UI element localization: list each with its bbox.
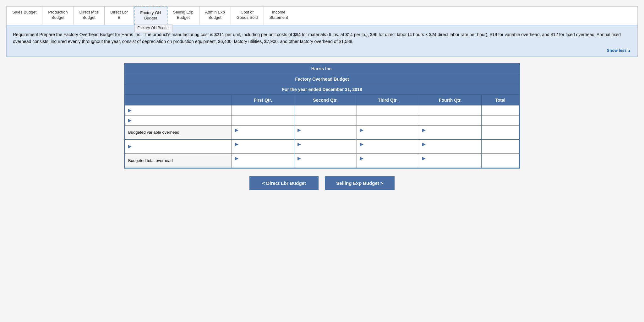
requirement-text: Requirement Prepare the Factory Overhead… — [13, 31, 631, 45]
row-1-total — [482, 105, 519, 115]
row-4-col2[interactable]: ▶ — [294, 139, 357, 153]
tab-admin-exp-budget[interactable]: Admin ExpBudget — [199, 7, 231, 25]
row-5-col3[interactable]: ▶ — [357, 153, 419, 168]
tab-sales-budget[interactable]: Sales Budget — [7, 7, 42, 25]
row-4-col3[interactable]: ▶ — [357, 139, 419, 153]
company-name: Harris Inc. — [125, 64, 519, 74]
tab-factory-oh-budget[interactable]: Factory OHBudget Factory OH Budget — [134, 7, 167, 25]
row-4-col1[interactable]: ▶ — [232, 139, 294, 153]
row-5-col1[interactable]: ▶ — [232, 153, 294, 168]
row-2-label: ▶ — [125, 115, 232, 125]
row-2-total — [482, 115, 519, 125]
row-3-col2[interactable]: ▶ — [294, 125, 357, 139]
row-2-col3[interactable] — [357, 115, 419, 125]
row-1-col2[interactable] — [294, 105, 357, 115]
col-header-total: Total — [482, 95, 519, 105]
row-4-label: ▶ — [125, 139, 232, 153]
row-3-total — [482, 125, 519, 139]
main-content: Harris Inc. Factory Overhead Budget For … — [6, 63, 638, 190]
row-4-indicator: ▶ — [128, 144, 131, 149]
tab-production-budget[interactable]: ProductionBudget — [42, 7, 74, 25]
row-1-col1-input[interactable] — [235, 108, 291, 113]
table-row: ▶ — [125, 105, 519, 115]
row-2-col2[interactable] — [294, 115, 357, 125]
row-3-label: Budgeted variable overhead — [125, 125, 232, 139]
col-header-fourth-qtr: Fourth Qtr. — [419, 95, 482, 105]
row-2-indicator: ▶ — [128, 118, 131, 123]
row-1-col2-input[interactable] — [297, 108, 353, 113]
col-header-label — [125, 95, 232, 105]
budget-title: Factory Overhead Budget — [125, 74, 519, 84]
tab-direct-mtls-budget[interactable]: Direct MtlsBudget — [74, 7, 105, 25]
row-4-total — [482, 139, 519, 153]
row-1-label: ▶ — [125, 105, 232, 115]
row-5-col2-input[interactable] — [297, 161, 353, 165]
show-less-container: Show less — [13, 48, 631, 53]
table-row: ▶ — [125, 115, 519, 125]
requirement-box: Requirement Prepare the Factory Overhead… — [6, 25, 638, 57]
row-2-col4-input[interactable] — [422, 118, 478, 123]
row-5-col4[interactable]: ▶ — [419, 153, 482, 168]
row-4-col1-input[interactable] — [235, 147, 291, 151]
row-3-col1[interactable]: ▶ — [232, 125, 294, 139]
row-2-col4[interactable] — [419, 115, 482, 125]
row-3-col1-input[interactable] — [235, 132, 291, 137]
row-4-col3-input[interactable] — [360, 147, 416, 151]
col-header-second-qtr: Second Qtr. — [294, 95, 357, 105]
row-5-col4-input[interactable] — [422, 161, 478, 165]
row-1-col4[interactable] — [419, 105, 482, 115]
row-3-col3-input[interactable] — [360, 132, 416, 137]
row-1-col3-input[interactable] — [360, 108, 416, 113]
row-2-col2-input[interactable] — [297, 118, 353, 123]
tab-income-statement[interactable]: IncomeStatement — [264, 7, 294, 25]
row-5-total — [482, 153, 519, 168]
prev-button[interactable]: < Direct Lbr Budget — [249, 176, 319, 190]
row-1-col3[interactable] — [357, 105, 419, 115]
row-4-col4-input[interactable] — [422, 147, 478, 151]
row-1-col4-input[interactable] — [422, 108, 478, 113]
row-1-indicator: ▶ — [128, 108, 131, 113]
tab-cost-of-goods-sold[interactable]: Cost ofGoods Sold — [231, 7, 264, 25]
row-5-col2[interactable]: ▶ — [294, 153, 357, 168]
row-5-col1-input[interactable] — [235, 161, 291, 165]
tab-direct-lbr-budget[interactable]: Direct LbrB — [105, 7, 134, 25]
row-4-col2-input[interactable] — [297, 147, 353, 151]
row-3-col4-input[interactable] — [422, 132, 478, 137]
budget-period: For the year ended December 31, 2018 — [125, 84, 519, 95]
row-5-col3-input[interactable] — [360, 161, 416, 165]
next-button[interactable]: Selling Exp Budget > — [325, 176, 395, 190]
show-less-button[interactable]: Show less — [607, 48, 631, 53]
table-row: Budgeted total overhead ▶ ▶ ▶ ▶ — [125, 153, 519, 168]
tab-tooltip: Factory OH Budget — [134, 24, 172, 32]
row-2-col3-input[interactable] — [360, 118, 416, 123]
row-5-label: Budgeted total overhead — [125, 153, 232, 168]
row-2-col1[interactable] — [232, 115, 294, 125]
row-2-col1-input[interactable] — [235, 118, 291, 123]
nav-buttons: < Direct Lbr Budget Selling Exp Budget > — [6, 176, 638, 190]
row-3-col4[interactable]: ▶ — [419, 125, 482, 139]
tabs-bar: Sales Budget ProductionBudget Direct Mtl… — [6, 6, 638, 25]
table-row: Budgeted variable overhead ▶ ▶ ▶ ▶ — [125, 125, 519, 139]
budget-table-wrapper: Harris Inc. Factory Overhead Budget For … — [124, 63, 520, 169]
tab-selling-exp-budget[interactable]: Selling ExpBudget — [167, 7, 199, 25]
row-3-col3[interactable]: ▶ — [357, 125, 419, 139]
row-1-col1[interactable] — [232, 105, 294, 115]
col-header-first-qtr: First Qtr. — [232, 95, 294, 105]
row-4-col4[interactable]: ▶ — [419, 139, 482, 153]
budget-table: First Qtr. Second Qtr. Third Qtr. Fourth… — [125, 95, 519, 168]
table-row: ▶ ▶ ▶ ▶ ▶ — [125, 139, 519, 153]
col-header-third-qtr: Third Qtr. — [357, 95, 419, 105]
row-3-col2-input[interactable] — [297, 132, 353, 137]
